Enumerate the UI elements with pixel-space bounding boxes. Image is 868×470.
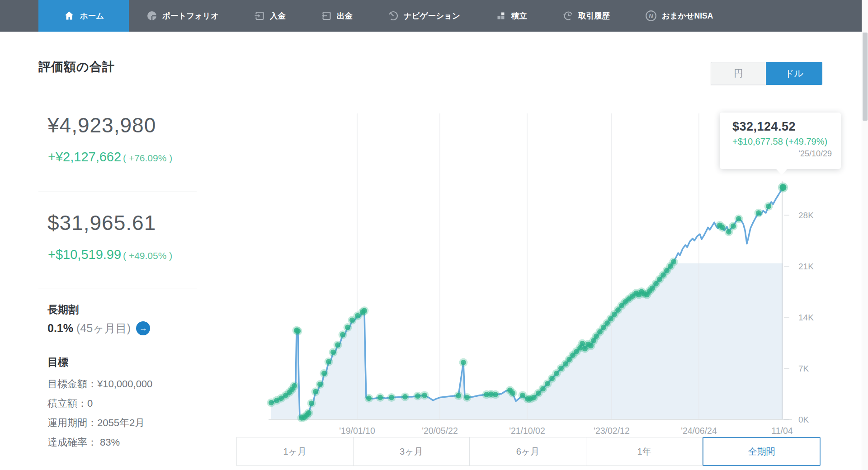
pie-chart-icon: [146, 10, 157, 21]
gauge-icon: [388, 10, 399, 21]
title-divider: [38, 96, 246, 96]
currency-yen-button[interactable]: 円: [711, 62, 766, 85]
page-title: 評価額の合計: [38, 59, 115, 75]
valuation-chart[interactable]: 0K7K14K21K28K'19/01/10'20/05/22'21/10/02…: [253, 88, 845, 450]
tooltip-date: '25/10/29: [732, 149, 832, 159]
nav-item-label: 入金: [270, 10, 286, 21]
tooltip-value: $32,124.52: [732, 120, 832, 134]
gain-jpy-amount: +¥2,127,662: [48, 150, 121, 164]
svg-text:N: N: [649, 13, 653, 19]
nisa-circle-icon: N: [645, 10, 657, 22]
blocks-icon: [495, 10, 506, 21]
top-nav: ホーム ポートフォリオ 入金 出金 ナビゲーション 積立 取引履歴: [0, 0, 868, 32]
svg-text:0K: 0K: [798, 415, 809, 424]
goal-horizon: 運用期間：2055年2月: [47, 416, 145, 430]
history-clock-icon: [562, 10, 573, 21]
period-all-button[interactable]: 全期間: [703, 437, 821, 466]
nav-item-nisa[interactable]: N おまかせNISA: [627, 0, 731, 32]
long-term-discount-value: 0.1% (45ヶ月目) →: [47, 321, 150, 336]
goal-amount: 目標金額：¥10,000,000: [47, 377, 152, 391]
long-term-discount-rate: 0.1%: [47, 322, 73, 334]
period-6m-button[interactable]: 6ヶ月: [470, 437, 586, 466]
svg-text:'20/05/22: '20/05/22: [422, 426, 458, 436]
gain-usd-amount: +$10,519.99: [48, 247, 121, 262]
svg-text:14K: 14K: [798, 313, 814, 322]
svg-text:'19/01/10: '19/01/10: [339, 426, 375, 436]
total-value-usd: $31,965.61: [47, 211, 156, 235]
nav-item-home[interactable]: ホーム: [38, 0, 129, 32]
gain-jpy-pct: ( +76.09% ): [123, 153, 172, 163]
svg-text:11/04: 11/04: [771, 426, 793, 436]
divider: [38, 192, 197, 192]
currency-toggle: 円 ドル: [711, 62, 822, 85]
chart-tooltip: $32,124.52 +$10,677.58 (+49.79%) '25/10/…: [720, 113, 841, 169]
total-value-jpy: ¥4,923,980: [47, 113, 156, 137]
nav-item-portfolio[interactable]: ポートフォリオ: [129, 0, 236, 32]
nav-item-label: おまかせNISA: [662, 10, 713, 21]
nav-item-label: ナビゲーション: [404, 10, 460, 21]
nav-item-savings[interactable]: 積立: [478, 0, 545, 32]
nav-item-deposit[interactable]: 入金: [236, 0, 303, 32]
period-1m-button[interactable]: 1ヶ月: [236, 437, 354, 466]
long-term-discount-link-arrow-icon[interactable]: →: [136, 321, 150, 335]
svg-text:'23/02/12: '23/02/12: [594, 426, 630, 436]
gain-jpy: +¥2,127,662( +76.09% ): [48, 150, 172, 164]
gain-usd-pct: ( +49.05% ): [123, 250, 172, 261]
long-term-discount-period: (45ヶ月目): [76, 322, 131, 334]
period-selector: 1ヶ月 3ヶ月 6ヶ月 1年 全期間: [236, 437, 821, 466]
nav-item-label: 積立: [511, 10, 527, 21]
goal-heading: 目標: [47, 355, 68, 369]
nav-item-history[interactable]: 取引履歴: [545, 0, 627, 32]
svg-text:7K: 7K: [798, 364, 809, 373]
nav-item-label: ポートフォリオ: [162, 10, 219, 21]
scrollbar-thumb[interactable]: [863, 33, 868, 121]
nav-item-navigation[interactable]: ナビゲーション: [370, 0, 478, 32]
scrollbar-track[interactable]: [862, 0, 868, 470]
nav-item-withdraw[interactable]: 出金: [303, 0, 370, 32]
tooltip-gain: +$10,677.58 (+49.79%): [732, 136, 832, 147]
currency-dollar-button[interactable]: ドル: [766, 62, 822, 85]
withdraw-icon: [321, 10, 332, 21]
home-icon: [63, 10, 75, 21]
goal-monthly-saving: 積立額：0: [47, 397, 93, 410]
svg-text:21K: 21K: [798, 262, 814, 271]
period-1y-button[interactable]: 1年: [586, 437, 703, 466]
deposit-icon: [254, 10, 265, 21]
nav-item-label: ホーム: [80, 10, 104, 21]
long-term-discount-heading: 長期割: [47, 303, 79, 317]
nav-item-label: 出金: [337, 10, 353, 21]
svg-text:'21/10/02: '21/10/02: [509, 426, 545, 436]
gain-usd: +$10,519.99( +49.05% ): [48, 247, 172, 262]
nav-item-label: 取引履歴: [578, 10, 610, 21]
period-3m-button[interactable]: 3ヶ月: [354, 437, 470, 466]
svg-text:28K: 28K: [798, 211, 814, 220]
svg-text:'24/06/24: '24/06/24: [681, 426, 717, 436]
divider: [38, 288, 197, 288]
goal-probability: 達成確率： 83%: [47, 436, 120, 449]
